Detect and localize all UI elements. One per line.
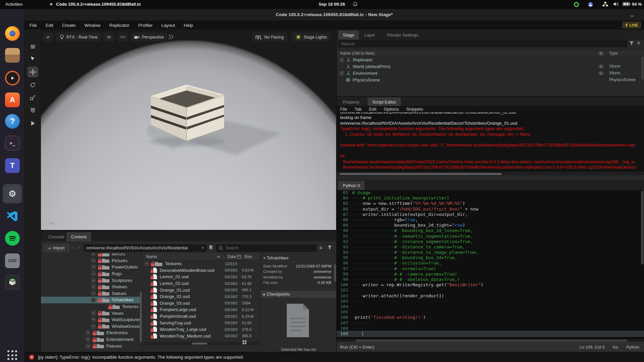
file-row[interactable]: DecorativeWoodenBowl.usd03/18/29.63 M (143, 267, 259, 274)
dock-item-settings[interactable]: ⚙ (4, 186, 20, 202)
folder-item-entertainment[interactable]: +Entertainment (41, 336, 142, 343)
dock-item-files[interactable] (4, 47, 20, 63)
folder-item-statues[interactable]: +Statues (41, 290, 142, 297)
editor-menu-snippets[interactable]: Snippets (406, 107, 423, 112)
expander-icon[interactable]: + (86, 330, 90, 335)
code-line-90[interactable]: 90················#··bounding_box_2d_loo… (337, 228, 644, 233)
folder-item-windowdressing[interactable]: +WindowDressing (41, 323, 142, 330)
dock-item-ssd[interactable]: SSD (4, 253, 20, 269)
code-line-97[interactable]: 97················#··normals=True) (337, 266, 644, 272)
folder-item-rugs[interactable]: +Rugs (41, 270, 142, 277)
file-row[interactable]: Lemon_02.usd03/18/261.95 (143, 280, 259, 287)
visibility-toggle[interactable] (598, 65, 604, 68)
editor-menu-edit[interactable]: Edit (369, 107, 376, 112)
code-line-84[interactable]: 84····#·print_initialize_kwargs(writer) (337, 195, 644, 201)
stage-scrollbar[interactable] (641, 56, 644, 80)
file-row[interactable]: Orange_03.usd03/18/21004 (143, 300, 259, 307)
code-editor[interactable]: 83#·Usage84····#·print_initialize_kwargs… (337, 190, 644, 339)
expander-icon[interactable]: + (91, 278, 96, 283)
live-button[interactable]: LIVE (622, 22, 641, 28)
window-title-bar[interactable]: Code 105.0.2+release.109455.818d8fa0.tc … (24, 9, 644, 21)
expander-icon[interactable]: + (91, 253, 96, 256)
folder-item-wallsculptures[interactable]: +WallSculptures (41, 316, 142, 323)
expander-icon[interactable]: + (86, 344, 90, 348)
file-row[interactable]: WoodenTray_Medium.usd03/18/2365.5 (143, 333, 259, 340)
expander-icon[interactable]: + (91, 317, 96, 322)
stage-row-environment[interactable]: +EnvironmentXform (337, 70, 644, 76)
code-line-91[interactable]: 91················#··semantic_segmentati… (337, 234, 644, 239)
show-applications-icon[interactable] (6, 349, 19, 362)
code-line-83[interactable]: 83#·Usage (337, 190, 644, 195)
expander-icon[interactable]: + (91, 324, 96, 328)
folder-item-fixtures[interactable]: +Fixtures (41, 343, 142, 349)
file-row[interactable]: PumpkinLarge.usd03/18/29.22 M (143, 306, 259, 313)
menu-help[interactable]: Help (184, 23, 193, 28)
stage-row-replicator[interactable]: +Replicator (337, 56, 644, 63)
folder-item-textures[interactable]: Textures (41, 303, 142, 310)
wooden-crate-3d[interactable] (147, 80, 288, 158)
expander-icon[interactable]: + (91, 285, 96, 289)
sort-ascending-icon[interactable] (217, 255, 220, 258)
content-tab-content[interactable]: Content (66, 232, 91, 241)
code-line-99[interactable]: 99················#·#··skeleton_data=Tru… (337, 277, 644, 282)
folder-item-pictures[interactable]: +Pictures (41, 257, 142, 264)
folder-item-vases[interactable]: +Vases (41, 310, 142, 316)
code-line-85[interactable]: 85····now·=·now.strftime("%Y-%m-%d_%H:%M… (337, 201, 644, 206)
dock-item-vscode[interactable] (4, 208, 20, 224)
checkpoints-section[interactable]: ▾Checkpoints (261, 291, 336, 298)
dock-item-ubuntu-software[interactable]: A (4, 92, 20, 108)
menu-layout[interactable]: Layout (161, 23, 175, 28)
code-line-102[interactable]: 102····writer.attach([render_product]) (337, 293, 644, 299)
bookmark-icon[interactable] (209, 245, 213, 250)
stage-tree-header[interactable]: Name (Old to New) Type (337, 50, 644, 56)
snap-magnet-button[interactable] (28, 105, 38, 116)
menu-create[interactable]: Create (62, 23, 76, 28)
live-signal-button[interactable] (117, 33, 128, 42)
dock-item-terminal[interactable]: >_ (4, 135, 20, 151)
expander-icon[interactable]: + (91, 258, 96, 263)
file-row[interactable]: WoodenTray_Large.usd03/18/2378.6 (143, 326, 259, 333)
code-line-108[interactable]: 108···· (337, 326, 644, 331)
file-row[interactable]: Orange_01.usd03/18/2990.1 (143, 287, 259, 293)
stage-row-physicsscene[interactable]: PhysicsScenePhysicsScene (337, 76, 644, 83)
expander-icon[interactable]: + (339, 71, 344, 75)
pacing-button[interactable]: No Pacing (252, 33, 287, 42)
recording-indicator-icon[interactable] (574, 2, 579, 7)
code-hscrollbar[interactable] (337, 339, 644, 342)
code-vscrollbar[interactable] (641, 191, 644, 264)
content-search-input[interactable]: Search (216, 244, 317, 252)
code-line-98[interactable]: 98················#·#··camera_params=Tru… (337, 272, 644, 277)
details-title[interactable]: ▾ Tchotchkes (263, 255, 288, 260)
script-editor-log[interactable]: omniverse://localhost/NVIDIA/Assets/Arch… (337, 112, 644, 172)
stage-tab-stage[interactable]: Stage (338, 31, 359, 40)
folder-item-electronics[interactable]: +Electronics (41, 329, 142, 336)
expander-icon[interactable]: + (91, 311, 96, 315)
code-line-103[interactable]: 103···· (337, 299, 644, 304)
viewport-settings-button[interactable] (43, 33, 53, 42)
file-list-hscrollbar[interactable] (143, 342, 259, 345)
grid-view-icon[interactable] (242, 340, 247, 345)
expander-icon[interactable]: + (91, 291, 96, 296)
code-line-106[interactable]: 106·print('finished·writing!!') (337, 315, 644, 320)
path-input[interactable]: omniverse://localhost/NVIDIA/Assets/Arch… (84, 244, 207, 252)
expander-icon[interactable]: + (91, 272, 96, 276)
focused-app-menu[interactable]: Code 105.0.2+release.109455.818d8fa0.tc (49, 2, 141, 7)
filter-icon[interactable] (327, 245, 332, 250)
expander-icon[interactable]: + (86, 337, 90, 342)
expander-icon[interactable]: + (339, 58, 344, 62)
rotate-tool-button[interactable] (28, 80, 38, 90)
menu-replicator[interactable]: Replicator (109, 23, 130, 28)
select-cursor-button[interactable] (28, 54, 38, 64)
scale-tool-button[interactable] (28, 93, 38, 103)
import-button[interactable]: +Import (44, 244, 69, 252)
move-tool-button[interactable] (28, 67, 38, 77)
dock-item-rhythmbox[interactable] (4, 70, 20, 86)
dock-item-firefox[interactable] (4, 25, 20, 42)
file-row[interactable]: PumpkinSmall.usd03/18/26.29 M (143, 313, 259, 320)
chevrons-icon[interactable] (168, 34, 174, 40)
stage-filter-icon[interactable] (629, 41, 634, 45)
menu-file[interactable]: File (30, 23, 37, 28)
code-line-87[interactable]: 87····writer.initialize(output_dir=outpu… (337, 212, 644, 217)
editor-tab-property[interactable]: Property (338, 98, 364, 107)
network-icon[interactable] (602, 2, 608, 7)
